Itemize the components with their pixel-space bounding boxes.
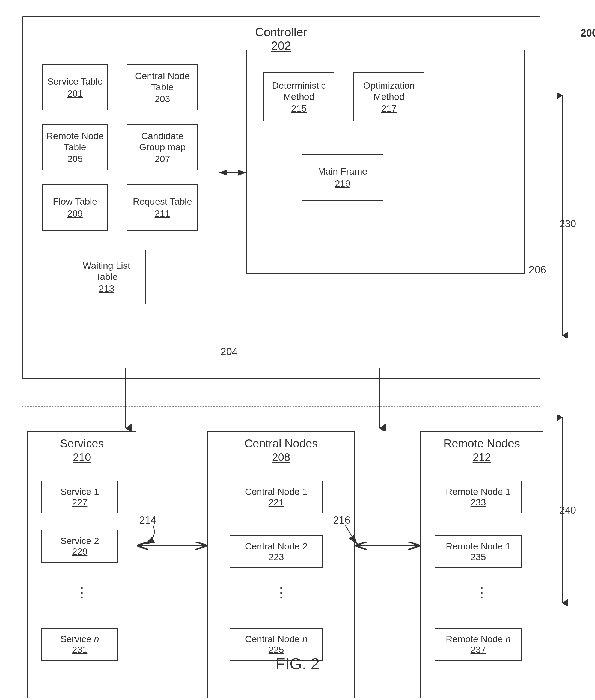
service-table-title: Service Table: [47, 76, 103, 87]
cn2-box: Central Node 2 223: [230, 535, 322, 568]
central-node-table-box: Central NodeTable 203: [127, 64, 198, 111]
main-frame-title: Main Frame: [318, 166, 367, 177]
flow-table-title: Flow Table: [53, 196, 97, 207]
remote-node-table-title: Remote NodeTable: [47, 130, 104, 153]
outer-box-200: Controller 202 Service Table 201 Central…: [22, 17, 540, 379]
request-table-num: 211: [155, 208, 170, 219]
label-206: 206: [529, 264, 546, 276]
arrow-230-svg: [554, 93, 570, 338]
rn1-box: Remote Node 1 233: [434, 481, 522, 514]
candidate-group-map-box: CandidateGroup map 207: [127, 124, 198, 171]
remote-nodes-dots: ⋮: [475, 584, 488, 600]
diagram-container: Controller 202 Service Table 201 Central…: [17, 11, 578, 689]
rn1-num: 233: [471, 497, 486, 508]
optimization-title: OptimizationMethod: [363, 80, 415, 102]
cn2-num: 223: [268, 552, 284, 562]
label-230: 230: [560, 218, 576, 230]
cn1-num: 221: [268, 497, 284, 508]
dashed-separator: [22, 406, 540, 407]
service-table-num: 201: [67, 88, 83, 99]
waiting-list-num: 213: [99, 283, 114, 294]
cnn-title: Central Node n: [245, 634, 308, 644]
remote-node-table-box: Remote NodeTable 205: [42, 124, 108, 171]
rn2-box: Remote Node 1 235: [434, 535, 522, 568]
services-title: Services: [28, 437, 136, 450]
remote-nodes-num: 212: [421, 451, 543, 464]
service2-box: Service 2 229: [41, 530, 118, 562]
central-nodes-num: 208: [208, 451, 354, 464]
service2-title: Service 2: [60, 535, 99, 546]
deterministic-title: DeterministicMethod: [272, 80, 325, 102]
cn1-title: Central Node 1: [245, 487, 308, 497]
rn1-title: Remote Node 1: [446, 487, 511, 497]
cn1-box: Central Node 1 221: [230, 481, 322, 514]
rn2-title: Remote Node 1: [446, 541, 511, 552]
service1-num: 227: [72, 497, 88, 508]
optimization-num: 217: [381, 103, 397, 114]
central-nodes-title: Central Nodes: [208, 437, 354, 450]
cn2-title: Central Node 2: [245, 541, 308, 552]
servicen-num: 231: [72, 644, 88, 655]
optimization-method-box: OptimizationMethod 217: [353, 72, 424, 121]
rnn-num: 237: [471, 644, 486, 655]
deterministic-method-box: DeterministicMethod 215: [263, 72, 334, 121]
flow-table-num: 209: [67, 208, 83, 219]
flow-table-box: Flow Table 209: [42, 184, 108, 231]
service-table-box: Service Table 201: [42, 64, 108, 111]
controller-label: Controller 202: [255, 25, 307, 53]
main-frame-num: 219: [335, 178, 350, 189]
central-node-table-num: 203: [155, 94, 170, 104]
remote-nodes-title: Remote Nodes: [421, 437, 543, 450]
remote-node-table-num: 205: [67, 153, 83, 164]
label-204: 204: [221, 346, 238, 358]
request-table-title: Request Table: [133, 196, 192, 207]
central-node-table-title: Central NodeTable: [135, 70, 190, 93]
services-dots: ⋮: [75, 584, 89, 600]
service1-box: Service 1 227: [41, 481, 118, 514]
cnn-num: 225: [268, 644, 284, 655]
label-240: 240: [560, 505, 576, 516]
svg-text:214: 214: [139, 515, 157, 526]
box-206: DeterministicMethod 215 OptimizationMeth…: [247, 50, 525, 273]
candidate-group-map-title: CandidateGroup map: [139, 130, 186, 153]
servicen-title: Service n: [60, 634, 99, 644]
box-204: Service Table 201 Central NodeTable 203 …: [31, 50, 217, 355]
fig-label: FIG. 2: [275, 654, 319, 673]
central-nodes-dots: ⋮: [274, 584, 288, 600]
service2-num: 229: [72, 546, 88, 557]
rn2-num: 235: [471, 552, 486, 562]
controller-title: Controller: [255, 25, 307, 39]
remote-nodes-outer-box: Remote Nodes 212 Remote Node 1 233 Remot…: [420, 431, 543, 698]
services-num: 210: [28, 451, 136, 464]
candidate-group-map-num: 207: [155, 153, 170, 164]
request-table-box: Request Table 211: [127, 184, 198, 231]
rnn-box: Remote Node n 237: [434, 628, 522, 661]
waiting-list-title: Waiting ListTable: [83, 260, 130, 282]
service1-title: Service 1: [60, 487, 99, 497]
label-200: 200: [580, 27, 595, 39]
rnn-title: Remote Node n: [446, 634, 511, 644]
deterministic-num: 215: [291, 103, 307, 114]
servicen-box: Service n 231: [41, 628, 118, 661]
main-frame-box: Main Frame 219: [302, 154, 384, 201]
waiting-list-table-box: Waiting ListTable 213: [67, 250, 146, 304]
services-outer-box: Services 210 Service 1 227 Service 2 229…: [27, 431, 137, 698]
